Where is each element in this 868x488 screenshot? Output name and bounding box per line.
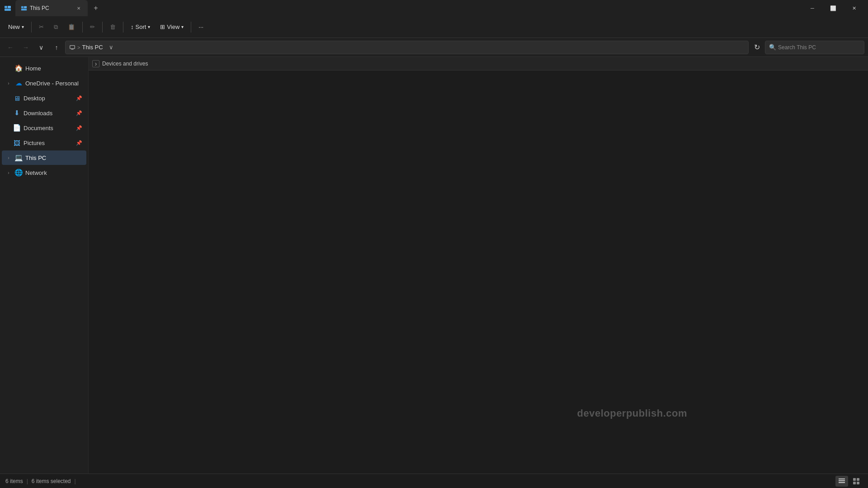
paste-icon: 📋 [68,23,75,30]
toolbar-sep-2 [82,22,83,33]
svg-rect-13 [853,482,856,484]
list-view-button[interactable] [835,476,848,487]
new-arrow: ▾ [22,24,24,29]
new-button[interactable]: New ▾ [4,19,28,35]
rename-button[interactable]: ✏ [85,19,99,35]
copy-button[interactable]: ⧉ [49,19,62,35]
sidebar-item-home[interactable]: › 🏠 Home [2,61,86,75]
delete-button[interactable]: 🗑 [105,19,120,35]
breadcrumb-sep: > [77,45,80,50]
onedrive-expand: › [5,80,12,86]
section-header-label: Devices and drives [102,61,148,67]
delete-icon: 🗑 [110,23,116,30]
network-label: Network [25,169,83,176]
svg-rect-4 [21,9,27,10]
pictures-pin-icon: 📌 [75,139,83,146]
onedrive-label: OneDrive - Personal [25,80,83,87]
recent-button[interactable]: ∨ [34,41,48,54]
more-icon: ··· [198,23,203,30]
tab-bar: This PC ✕ + [15,0,798,16]
sidebar: › 🏠 Home › ☁ OneDrive - Personal 🖥 Deskt… [0,57,89,474]
svg-rect-9 [839,480,845,481]
section-header[interactable]: › Devices and drives [89,57,868,70]
sidebar-item-thispc[interactable]: › 💻 This PC [2,150,86,165]
address-dropdown-button[interactable]: ∨ [105,41,118,54]
sort-icon: ↕ [131,23,134,30]
status-bar: 6 items | 6 items selected | [0,474,868,488]
network-icon: 🌐 [14,169,23,177]
desktop-label: Desktop [24,95,73,102]
sidebar-item-pictures[interactable]: 🖼 Pictures 📌 [2,136,86,150]
svg-rect-10 [839,482,845,483]
back-icon: ← [7,44,14,51]
cut-icon: ✂ [39,23,44,30]
title-bar: This PC ✕ + ─ ⬜ ✕ [0,0,868,16]
rename-icon: ✏ [90,23,95,30]
pictures-icon: 🖼 [13,139,21,147]
status-sep-1: | [27,478,28,484]
toolbar-sep-3 [102,22,103,33]
app-icon [4,4,12,12]
documents-label: Documents [24,125,73,131]
tab-close-button[interactable]: ✕ [75,5,82,12]
main-layout: › 🏠 Home › ☁ OneDrive - Personal 🖥 Deskt… [0,57,868,474]
onedrive-icon: ☁ [14,79,23,87]
sidebar-item-documents[interactable]: 📄 Documents 📌 [2,121,86,135]
recent-icon: ∨ [39,44,43,51]
network-expand: › [5,169,12,176]
sort-label: Sort [136,23,146,30]
current-tab[interactable]: This PC ✕ [15,0,88,16]
more-button[interactable]: ··· [194,19,208,35]
sort-button[interactable]: ↕ Sort ▾ [126,19,155,35]
paste-button[interactable]: 📋 [63,19,80,35]
view-label: View [167,23,179,30]
svg-rect-3 [21,6,24,8]
cut-button[interactable]: ✂ [34,19,48,35]
sidebar-item-downloads[interactable]: ⬇ Downloads 📌 [2,106,86,120]
minimize-button[interactable]: ─ [802,0,823,16]
search-bar[interactable]: 🔍 Search This PC [765,41,864,54]
svg-rect-0 [5,6,7,8]
addressbar-row: ← → ∨ ↑ > This PC ∨ ↻ 🔍 Search This PC [0,38,868,57]
refresh-button[interactable]: ↻ [750,41,763,54]
svg-rect-2 [8,6,11,8]
address-pc-icon [69,44,75,51]
up-icon: ↑ [55,44,58,51]
window-controls: ─ ⬜ ✕ [802,0,864,16]
svg-rect-8 [839,479,845,479]
tab-icon [21,5,27,11]
tab-label: This PC [30,5,49,11]
sort-arrow: ▾ [148,24,150,29]
pictures-label: Pictures [24,140,73,146]
svg-rect-12 [857,478,859,481]
svg-rect-14 [857,482,859,484]
view-button[interactable]: ⊞ View ▾ [156,19,188,35]
grid-view-button[interactable] [850,476,863,487]
status-sep-2: | [75,478,76,484]
sidebar-item-desktop[interactable]: 🖥 Desktop 📌 [2,91,86,105]
close-button[interactable]: ✕ [844,0,864,16]
new-label: New [8,23,20,30]
sidebar-item-network[interactable]: › 🌐 Network [2,165,86,180]
address-bar[interactable]: > This PC ∨ [65,41,749,54]
toolbar-sep-1 [31,22,32,33]
search-placeholder: Search This PC [778,44,816,51]
thispc-expand: › [5,155,12,161]
forward-button[interactable]: → [19,41,33,54]
maximize-button[interactable]: ⬜ [823,0,844,16]
desktop-pin-icon: 📌 [75,94,83,102]
sidebar-item-onedrive[interactable]: › ☁ OneDrive - Personal [2,76,86,90]
toolbar-sep-4 [123,22,123,33]
home-icon: 🏠 [14,64,23,72]
home-label: Home [25,65,83,72]
thispc-label: This PC [25,155,83,161]
back-button[interactable]: ← [4,41,17,54]
breadcrumb-this-pc: This PC [82,44,103,51]
svg-rect-7 [71,49,73,49]
svg-rect-5 [24,6,27,8]
up-button[interactable]: ↑ [50,41,63,54]
grid-view-icon [853,478,859,484]
new-tab-button[interactable]: + [90,2,102,14]
svg-rect-6 [70,45,75,48]
thispc-icon: 💻 [14,154,23,162]
